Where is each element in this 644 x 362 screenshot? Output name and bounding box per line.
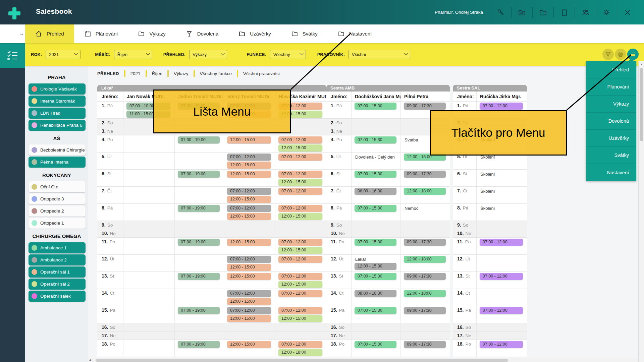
tab-uzaverky[interactable]: Uzávěrky [228, 24, 281, 43]
shift-pill[interactable]: 07:00 - 12:00 [227, 290, 271, 297]
prehled-select[interactable]: Výkazy [189, 50, 227, 59]
shift-pill[interactable]: 12:00 - 18:00 [404, 290, 446, 297]
shift-pill[interactable]: 07:00 - 12:00 [480, 273, 523, 280]
shift-pill[interactable]: 08:00 - 16:30 [355, 188, 396, 195]
tab-planovani[interactable]: Plánování [74, 24, 128, 43]
shift-pill[interactable]: 07:00 - 15:30 [355, 239, 396, 246]
shift-pill[interactable]: 07:00 - 19:00 [178, 136, 220, 143]
shift-pill[interactable]: 09:00 - 17:30 [404, 171, 446, 178]
shift-pill[interactable]: 07:00 - 15:30 [355, 103, 396, 110]
folder-icon[interactable] [533, 6, 553, 19]
shift-pill[interactable]: 07:00 - 19:00 [178, 239, 220, 246]
sidebar-item-urologie-v-clav-k[interactable]: Urologie Václavák [29, 83, 86, 95]
sidebar-item-p-kn-interna[interactable]: Pěkná Interna [29, 157, 86, 168]
shift-pill[interactable]: 12:00 - 15:00 [227, 171, 271, 178]
shift-pill[interactable]: 12:00 - 15:00 [278, 247, 322, 254]
shift-pill[interactable]: 07:00 - 19:00 [178, 307, 220, 314]
shift-pill[interactable]: 07:00 - 15:30 [355, 136, 396, 143]
shift-pill[interactable]: 12:00 - 15:00 [278, 315, 322, 322]
shift-pill[interactable]: 07:00 - 19:00 [178, 205, 220, 212]
shift-pill[interactable]: 12:00 - 18:00 [278, 349, 322, 356]
key-icon[interactable] [490, 6, 511, 19]
sidebar-item-o-n-o-o[interactable]: Oční O.o [29, 181, 86, 192]
gear-icon[interactable] [596, 6, 617, 19]
sidebar-item-opera-n-s-lek[interactable]: Operační sálek [29, 291, 86, 302]
shift-pill[interactable]: 09:00 - 17:30 [404, 273, 446, 280]
menu-item-nastaven-[interactable]: Nastavení [586, 164, 636, 181]
shift-pill[interactable]: 12:00 - 15:00 [227, 264, 271, 271]
tab-dovolena[interactable]: Dovolená [176, 24, 228, 43]
menu-item-v-kazy[interactable]: Výkazy [586, 96, 636, 113]
shift-pill[interactable]: 07:00 - 12:00 [278, 154, 322, 161]
tab-svatky[interactable]: Svátky [281, 24, 328, 43]
shift-pill[interactable]: 12:00 - 15:00 [227, 136, 271, 143]
shift-pill[interactable]: 12:00 - 15:00 [227, 273, 271, 280]
shift-pill[interactable]: 07:00 - 12:00 [278, 205, 322, 212]
shift-pill[interactable]: 07:00 - 12:00 [227, 307, 271, 314]
shift-pill[interactable]: 07:00 - 12:00 [227, 188, 271, 195]
sidebar-item-ldn-hrad[interactable]: LDN Hrad [29, 108, 86, 119]
funkce-select[interactable]: Všechny [270, 50, 306, 59]
menu-item-pl-nov-n-[interactable]: Plánování [586, 78, 636, 96]
horizontal-scrollbar[interactable]: ◀ [88, 358, 638, 362]
shift-pill[interactable]: 07:00 - 12:00 [278, 239, 322, 246]
menu-item-uz-v-rky[interactable]: Uzávěrky [586, 130, 636, 147]
shift-pill[interactable]: 07:00 - 12:00 [480, 307, 523, 314]
shift-pill[interactable]: 07:00 - 19:00 [178, 273, 220, 280]
shift-pill[interactable]: 07:00 - 15:30 [355, 171, 396, 178]
shift-pill[interactable]: 09:00 - 17:30 [404, 103, 446, 110]
shift-pill[interactable]: 07:00 - 12:00 [278, 341, 322, 348]
scroll-up-arrow-icon[interactable]: ▲ [639, 63, 644, 66]
shift-pill[interactable]: 12:00 - 15:00 [227, 315, 271, 322]
shift-pill[interactable]: 12:00 - 15:00 [278, 179, 322, 186]
shift-pill[interactable]: 07:00 - 19:00 [178, 341, 220, 348]
tab-prehled[interactable]: Přehled [25, 24, 74, 43]
close-icon[interactable] [617, 6, 638, 19]
shift-pill[interactable]: 12:00 - 15:00 [227, 213, 271, 220]
menu-item-dovolen-[interactable]: Dovolená [586, 113, 636, 130]
sidebar-item-interna-starom-k[interactable]: Interna Staromák [29, 96, 86, 107]
shift-pill[interactable]: 12:00 - 18:00 [404, 188, 446, 195]
shift-pill[interactable]: 07:00 - 12:00 [480, 103, 523, 110]
sidebar-item-ortopedie-3[interactable]: Ortopedie 3 [29, 193, 86, 204]
shift-pill[interactable]: 09:00 - 17:30 [404, 307, 446, 314]
print-icon[interactable] [615, 49, 626, 60]
shift-pill[interactable]: 12:00 - 15:00 [227, 196, 271, 203]
shift-pill[interactable]: 07:00 - 15:30 [355, 341, 396, 348]
shift-pill[interactable]: 07:00 - 12:00 [227, 205, 271, 212]
vertical-scroll-thumb[interactable] [640, 68, 643, 141]
shift-pill[interactable]: 07:00 - 12:00 [278, 171, 322, 178]
sidebar-item-opera-n-s-l-2[interactable]: Operační sál 2 [29, 279, 86, 290]
shift-pill[interactable]: 07:00 - 19:00 [178, 171, 220, 178]
tab-vykazy[interactable]: Výkazy [128, 24, 175, 43]
horizontal-scroll-thumb[interactable] [96, 359, 508, 362]
sidebar-item-opera-n-s-l-1[interactable]: Operační sál 1 [29, 266, 86, 278]
shift-pill[interactable]: 07:00 - 12:00 [278, 188, 322, 195]
shift-pill[interactable]: 12:00 - 15:00 [227, 298, 271, 305]
shift-pill[interactable]: 07:00 - 12:00 [480, 239, 523, 246]
sidebar-item-ortopedie-2[interactable]: Ortopedie 2 [29, 205, 86, 217]
shift-pill[interactable]: 07:00 - 12:00 [278, 273, 322, 280]
shift-pill[interactable]: 09:00 - 17:30 [404, 239, 446, 246]
checklist-icon[interactable] [0, 43, 25, 68]
sidebar-item-bezbolestn-chirurgie[interactable]: Bezbolestná Chirurgie [29, 144, 86, 156]
shift-pill[interactable]: 07:00 - 12:00 [227, 154, 271, 161]
rok-select[interactable]: 2021 [46, 50, 80, 59]
shift-pill[interactable]: 07:00 - 12:00 [278, 136, 322, 143]
filter-icon[interactable] [602, 49, 614, 60]
shift-pill[interactable]: 12:00 - 15:00 [227, 162, 271, 169]
shift-pill[interactable]: 07:00 - 15:30 [355, 205, 396, 212]
shift-pill[interactable]: 07:00 - 12:00 [227, 256, 271, 263]
tab-nastaveni[interactable]: Nastavení [328, 24, 382, 43]
pracovnik-select[interactable]: Všichni [348, 50, 410, 59]
sidebar-item-ortopedie-1[interactable]: Ortopedie 1 [29, 218, 86, 229]
shift-pill[interactable]: 12:00 - 15:00 [227, 341, 271, 348]
sidebar-item-ambulance-2[interactable]: Ambulance 2 [29, 254, 86, 265]
shift-pill[interactable]: 07:00 - 12:00 [278, 307, 322, 314]
menu-item-sv-tky[interactable]: Svátky [586, 147, 636, 164]
shift-pill[interactable]: 07:00 - 12:00 [278, 256, 322, 263]
shift-pill[interactable]: 12:00 - 15:00 [278, 213, 322, 220]
shift-pill[interactable]: 07:00 - 12:00 [278, 290, 322, 297]
menu-item-p-ehled[interactable]: Přehled [586, 61, 636, 78]
users-icon[interactable] [575, 6, 596, 19]
